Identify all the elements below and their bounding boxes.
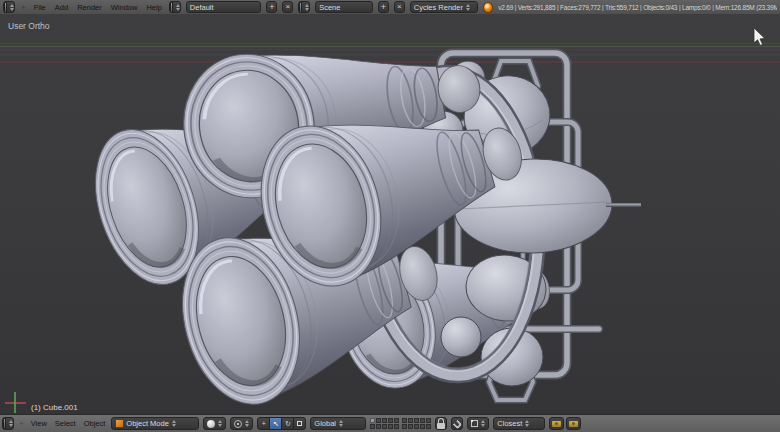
menu-select[interactable]: Select	[53, 419, 78, 428]
chevron-updown-icon	[339, 420, 343, 427]
manipulator-toggle-group: + ↖ ↻	[257, 417, 306, 430]
add-scene-button[interactable]: +	[378, 1, 389, 13]
layer-toggle[interactable]	[388, 424, 393, 429]
delete-scene-button[interactable]: ×	[394, 1, 405, 13]
plus-icon: +	[269, 3, 274, 12]
chevron-updown-icon	[176, 4, 180, 11]
delete-layout-button[interactable]: ×	[282, 1, 293, 13]
close-icon: ×	[397, 3, 402, 11]
plus-icon: +	[381, 3, 386, 12]
layer-toggle[interactable]	[394, 418, 399, 423]
chevron-updown-icon	[525, 420, 529, 427]
pivot-point-icon	[234, 420, 242, 428]
layer-toggle[interactable]	[426, 418, 431, 423]
render-still-button[interactable]	[549, 417, 564, 430]
layer-toggle[interactable]	[408, 424, 413, 429]
layers-widget	[370, 418, 431, 429]
render-engine-value: Cycles Render	[414, 3, 463, 12]
blender-window: { "top_header": { "menus": ["File", "Add…	[0, 0, 780, 432]
mode-dropdown[interactable]: Object Mode	[111, 417, 199, 430]
snap-toggle-button[interactable]	[451, 417, 463, 430]
menu-expand-icon[interactable]: +	[18, 419, 25, 428]
scene-browse-button[interactable]	[298, 1, 310, 13]
blender-logo-icon	[483, 2, 493, 13]
screen-layout-value: Default	[190, 3, 214, 12]
menu-object[interactable]: Object	[82, 419, 108, 428]
viewport-shading-dropdown[interactable]	[203, 417, 226, 430]
layer-toggle[interactable]	[402, 418, 407, 423]
scene-statistics: v2.69 | Verts:291,885 | Faces:279,772 | …	[498, 4, 777, 11]
chevron-updown-icon	[218, 420, 222, 427]
transform-orientation-dropdown[interactable]: Global	[310, 417, 366, 430]
menu-view[interactable]: View	[29, 419, 49, 428]
snap-element-dropdown[interactable]	[467, 417, 489, 430]
screen-layout-icon	[170, 2, 173, 13]
layer-toggle[interactable]	[382, 424, 387, 429]
info-header: + File Add Render Window Help Default + …	[0, 0, 780, 15]
close-icon: ×	[285, 3, 290, 11]
orientation-value: Global	[314, 419, 336, 428]
chevron-updown-icon	[481, 420, 485, 427]
layer-toggle[interactable]	[376, 418, 381, 423]
scene-field[interactable]: Scene	[315, 1, 373, 13]
layer-toggle[interactable]	[382, 418, 387, 423]
layer-toggle[interactable]	[394, 424, 399, 429]
chevron-updown-icon	[466, 4, 470, 11]
scene-value: Scene	[319, 3, 340, 12]
layer-toggle[interactable]	[376, 424, 381, 429]
layer-group-1	[370, 418, 399, 429]
lock-to-scene-button[interactable]	[435, 417, 447, 430]
layer-toggle[interactable]	[414, 418, 419, 423]
render-animation-icon	[569, 421, 578, 427]
chevron-updown-icon	[245, 420, 249, 427]
layer-toggle[interactable]	[414, 424, 419, 429]
viewport-3d[interactable]: User Ortho (1) Cube.001	[0, 14, 780, 415]
layer-toggle[interactable]	[426, 424, 431, 429]
info-editor-icon	[4, 2, 7, 13]
mode-value: Object Mode	[126, 419, 169, 428]
chevron-updown-icon	[305, 4, 309, 11]
layer-group-2	[402, 418, 431, 429]
pivot-point-dropdown[interactable]	[230, 417, 253, 430]
scale-icon	[297, 421, 302, 426]
add-layout-button[interactable]: +	[266, 1, 277, 13]
scene-icon	[299, 2, 302, 13]
render-engine-dropdown[interactable]: Cycles Render	[410, 1, 478, 13]
magnet-icon	[452, 420, 462, 430]
screen-layout-browse-button[interactable]	[169, 1, 181, 13]
menu-help[interactable]: Help	[144, 3, 163, 12]
viewport-3d-render: User Ortho (1) Cube.001	[0, 14, 780, 415]
object-mode-cube-icon	[115, 419, 124, 428]
editor-type-button[interactable]	[3, 1, 15, 13]
render-animation-button[interactable]	[566, 417, 581, 430]
snap-target-dropdown[interactable]: Closest	[493, 417, 545, 430]
chevron-updown-icon	[9, 420, 13, 427]
layer-toggle[interactable]	[370, 424, 375, 429]
layer-toggle[interactable]	[370, 418, 375, 423]
chevron-updown-icon	[172, 420, 176, 427]
view3d-header: + View Select Object Object Mode + ↖ ↻ G…	[0, 414, 780, 432]
snap-target-value: Closest	[497, 419, 522, 428]
view-label: User Ortho	[8, 21, 50, 31]
menu-render[interactable]: Render	[75, 3, 104, 12]
layer-toggle[interactable]	[388, 418, 393, 423]
shading-sphere-icon	[207, 420, 215, 428]
menu-file[interactable]: File	[32, 3, 48, 12]
layer-toggle[interactable]	[408, 418, 413, 423]
menu-add[interactable]: Add	[53, 3, 70, 12]
chevron-updown-icon	[10, 4, 14, 11]
snap-element-icon	[471, 420, 478, 427]
render-camera-icon	[552, 421, 561, 427]
active-object-label: (1) Cube.001	[31, 403, 78, 412]
editor-type-button[interactable]	[2, 417, 14, 430]
lock-icon	[437, 423, 445, 429]
scale-manipulator-button[interactable]	[293, 417, 306, 430]
layer-toggle[interactable]	[420, 424, 425, 429]
view3d-editor-icon	[3, 418, 6, 429]
screen-layout-field[interactable]: Default	[186, 1, 262, 13]
layer-toggle[interactable]	[420, 418, 425, 423]
menu-window[interactable]: Window	[109, 3, 140, 12]
layer-toggle[interactable]	[402, 424, 407, 429]
menu-expand-icon[interactable]: +	[20, 3, 27, 12]
